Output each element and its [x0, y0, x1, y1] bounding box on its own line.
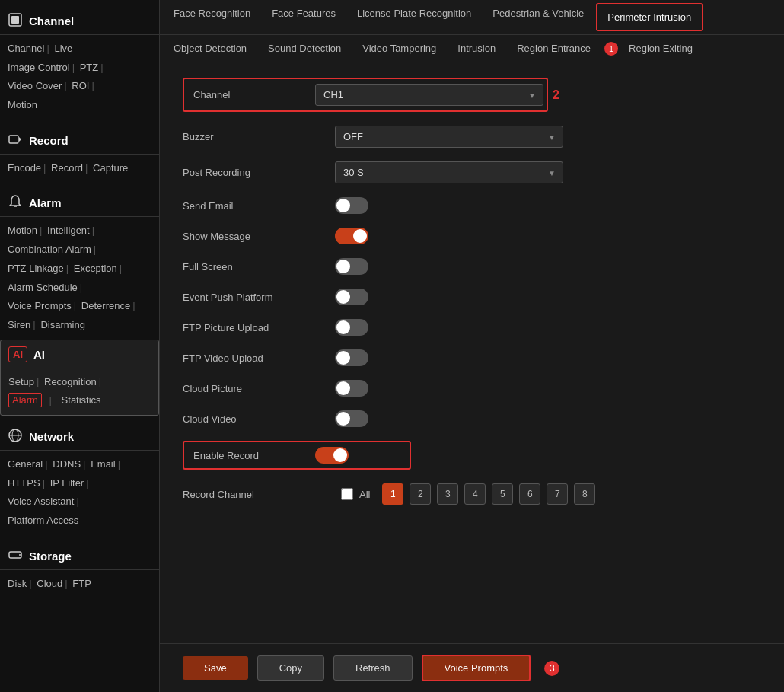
full-screen-switch[interactable]	[335, 258, 368, 275]
sidebar-link-motion[interactable]: Motion	[8, 225, 37, 236]
tab-pedestrian-vehicle[interactable]: Pedestrian & Vehicle	[482, 0, 594, 34]
sidebar-link-exception[interactable]: Exception	[74, 263, 117, 274]
sidebar-link-deterrence[interactable]: Deterrence	[81, 300, 130, 311]
sidebar-link-ptz-linkage[interactable]: PTZ Linkage	[8, 263, 64, 274]
cloud-video-slider	[335, 410, 368, 427]
channel-select[interactable]: CH1CH2CH3CH4 CH5CH6CH7CH8	[315, 84, 543, 106]
copy-button[interactable]: Copy	[257, 655, 324, 681]
buzzer-row: Buzzer OFFON	[183, 126, 761, 148]
full-screen-row: Full Screen	[183, 258, 761, 275]
refresh-button[interactable]: Refresh	[333, 655, 413, 681]
alarm-icon	[8, 194, 23, 212]
tab-video-tampering[interactable]: Video Tampering	[352, 35, 447, 62]
full-screen-label: Full Screen	[183, 261, 335, 273]
enable-record-row: Enable Record	[183, 441, 411, 470]
buzzer-select[interactable]: OFFON	[335, 126, 563, 148]
sidebar-link-ptz[interactable]: PTZ	[80, 62, 99, 73]
voice-prompts-button[interactable]: Voice Prompts	[422, 655, 531, 681]
sidebar-network-links: General| DDNS| Email| HTTPS| IP Filter| …	[0, 451, 159, 535]
record-icon	[8, 132, 23, 149]
sidebar-link-cloud[interactable]: Cloud	[37, 578, 62, 589]
record-channel-label: Record Channel	[183, 489, 335, 500]
sidebar-link-setup[interactable]: Setup	[8, 376, 34, 387]
sidebar-link-ip-filter[interactable]: IP Filter	[50, 477, 84, 489]
sidebar-link-encode[interactable]: Encode	[8, 162, 41, 174]
ftp-picture-toggle	[335, 319, 368, 336]
record-channel-2[interactable]: 2	[410, 483, 431, 505]
record-channel-8[interactable]: 8	[574, 483, 595, 505]
sidebar-link-roi[interactable]: ROI	[72, 80, 89, 91]
ai-header: AI AI	[1, 340, 158, 368]
sidebar-section-channel-label: Channel	[29, 14, 74, 27]
cloud-picture-switch[interactable]	[335, 380, 368, 397]
sidebar-storage-links: Disk| Cloud| FTP	[0, 570, 159, 598]
cloud-picture-label: Cloud Picture	[183, 383, 335, 394]
buzzer-select-wrapper: OFFON	[335, 126, 563, 148]
sidebar-link-ddns[interactable]: DDNS	[53, 458, 81, 470]
sidebar: Channel Channel| Live Image Control| PTZ…	[0, 0, 160, 692]
main-content: Face Recognition Face Features License P…	[160, 0, 784, 692]
enable-record-label: Enable Record	[193, 450, 315, 461]
record-channel-5[interactable]: 5	[492, 483, 513, 505]
save-button[interactable]: Save	[183, 656, 248, 680]
sidebar-link-email[interactable]: Email	[91, 458, 116, 470]
cloud-picture-row: Cloud Picture	[183, 380, 761, 397]
sidebar-link-capture[interactable]: Capture	[93, 162, 128, 174]
event-push-toggle	[335, 289, 368, 305]
sidebar-link-combination-alarm[interactable]: Combination Alarm	[8, 244, 91, 255]
sidebar-link-ai-alarm[interactable]: Alarm	[8, 393, 42, 407]
sidebar-link-live[interactable]: Live	[54, 43, 72, 54]
post-recording-row: Post Recording 10 S20 S30 S60 S	[183, 161, 761, 183]
sidebar-link-video-cover[interactable]: Video Cover	[8, 80, 62, 91]
record-channel-1[interactable]: 1	[382, 483, 403, 505]
sidebar-section-channel: Channel	[0, 5, 159, 35]
show-message-switch[interactable]	[335, 228, 368, 244]
tab-sound-detection[interactable]: Sound Detection	[257, 35, 352, 62]
tab-object-detection[interactable]: Object Detection	[163, 35, 257, 62]
network-icon	[8, 428, 23, 445]
record-channel-6[interactable]: 6	[519, 483, 540, 505]
send-email-toggle	[335, 197, 368, 214]
sidebar-link-disarming[interactable]: Disarming	[40, 319, 85, 330]
sidebar-link-alarm-schedule[interactable]: Alarm Schedule	[8, 282, 78, 293]
sidebar-link-record[interactable]: Record	[51, 162, 83, 174]
cloud-video-switch[interactable]	[335, 410, 368, 427]
enable-record-switch[interactable]	[315, 447, 349, 464]
record-channel-3[interactable]: 3	[437, 483, 458, 505]
sidebar-link-image-control[interactable]: Image Control	[8, 62, 70, 73]
record-channel-4[interactable]: 4	[464, 483, 486, 505]
record-channel-all-checkbox[interactable]	[341, 488, 353, 500]
sidebar-link-ftp[interactable]: FTP	[72, 578, 91, 589]
tab-region-exiting[interactable]: Region Exiting	[618, 35, 703, 62]
sidebar-link-general[interactable]: General	[8, 458, 43, 470]
ftp-picture-switch[interactable]	[335, 319, 368, 336]
tab-region-entrance[interactable]: Region Entrance	[506, 35, 601, 62]
sidebar-link-channel[interactable]: Channel	[8, 43, 44, 54]
record-channel-7[interactable]: 7	[547, 483, 568, 505]
send-email-switch[interactable]	[335, 197, 368, 214]
tab-face-features[interactable]: Face Features	[261, 0, 346, 34]
tab-intrusion[interactable]: Intrusion	[447, 35, 506, 62]
sidebar-link-voice-assistant[interactable]: Voice Assistant	[8, 496, 74, 507]
sidebar-link-intelligent[interactable]: Intelligent	[47, 225, 90, 236]
tab-face-recognition[interactable]: Face Recognition	[163, 0, 261, 34]
tab-license-plate[interactable]: License Plate Recognition	[346, 0, 482, 34]
sidebar-link-siren[interactable]: Siren	[8, 319, 30, 330]
sidebar-link-statistics[interactable]: Statistics	[62, 394, 101, 406]
sidebar-link-platform-access[interactable]: Platform Access	[8, 515, 78, 526]
ftp-video-switch[interactable]	[335, 349, 368, 366]
sidebar-link-disk[interactable]: Disk	[8, 578, 27, 589]
sidebar-link-motion[interactable]: Motion	[8, 99, 37, 110]
sidebar-section-storage-label: Storage	[29, 550, 72, 563]
sidebar-link-recognition[interactable]: Recognition	[44, 376, 97, 387]
show-message-label: Show Message	[183, 231, 335, 242]
sidebar-link-voice-prompts[interactable]: Voice Prompts	[8, 300, 72, 311]
sidebar-section-network: Network	[0, 420, 159, 451]
tab-perimeter-intrusion[interactable]: Perimeter Intrusion	[596, 3, 703, 31]
post-recording-select[interactable]: 10 S20 S30 S60 S	[335, 161, 563, 183]
cloud-video-label: Cloud Video	[183, 413, 335, 425]
sidebar-section-alarm-label: Alarm	[29, 196, 62, 209]
post-recording-label: Post Recording	[183, 167, 335, 178]
event-push-switch[interactable]	[335, 289, 368, 305]
sidebar-link-https[interactable]: HTTPS	[8, 477, 40, 489]
